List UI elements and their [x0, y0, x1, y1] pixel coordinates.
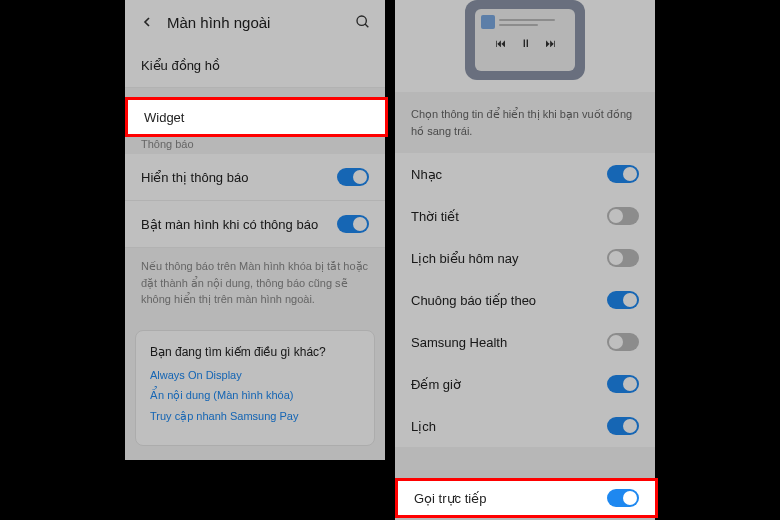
widget-item-label: Nhạc	[411, 167, 607, 182]
suggestion-link[interactable]: Ẩn nội dung (Màn hình khóa)	[150, 389, 360, 402]
widget-item-health[interactable]: Samsung Health	[395, 321, 655, 363]
show-notifications-label: Hiển thị thông báo	[141, 170, 337, 185]
media-controls: ⏮ ⏸ ⏭	[481, 37, 569, 49]
widget-item-toggle[interactable]	[607, 417, 639, 435]
show-notifications-row[interactable]: Hiển thị thông báo	[125, 154, 385, 201]
widget-item-alarm[interactable]: Chuông báo tiếp theo	[395, 279, 655, 321]
widget-item-music[interactable]: Nhạc	[395, 153, 655, 195]
widget-item-calendar[interactable]: Lịch	[395, 405, 655, 447]
clock-style-label: Kiểu đồng hồ	[141, 58, 369, 73]
widget-item-toggle[interactable]	[607, 249, 639, 267]
notif-help-text: Nếu thông báo trên Màn hình khóa bị tắt …	[125, 248, 385, 322]
next-icon: ⏭	[545, 37, 556, 49]
back-icon[interactable]	[139, 14, 155, 30]
screen-on-notif-toggle[interactable]	[337, 215, 369, 233]
widget-label: Widget	[144, 110, 184, 125]
widget-info-text: Chọn thông tin để hiển thị khi bạn vuốt …	[395, 92, 655, 153]
svg-point-0	[357, 16, 366, 25]
direct-call-label: Gọi trực tiếp	[414, 491, 607, 506]
widget-item-timer[interactable]: Đếm giờ	[395, 363, 655, 405]
widget-item-toggle[interactable]	[607, 291, 639, 309]
show-notifications-toggle[interactable]	[337, 168, 369, 186]
widget-item-label: Chuông báo tiếp theo	[411, 293, 607, 308]
widget-item-label: Lịch biểu hôm nay	[411, 251, 607, 266]
widget-item-weather[interactable]: Thời tiết	[395, 195, 655, 237]
header: Màn hình ngoài	[125, 0, 385, 44]
prev-icon: ⏮	[495, 37, 506, 49]
left-settings-panel: Màn hình ngoài Kiểu đồng hồ Thông báo Hi…	[125, 0, 385, 460]
pause-icon: ⏸	[520, 37, 531, 49]
widget-item-label: Samsung Health	[411, 335, 607, 350]
widget-item-label: Lịch	[411, 419, 607, 434]
suggestions-title: Bạn đang tìm kiếm điều gì khác?	[150, 345, 360, 359]
widget-item-label: Thời tiết	[411, 209, 607, 224]
right-widget-panel: ⏮ ⏸ ⏭ Chọn thông tin để hiển thị khi bạn…	[395, 0, 655, 520]
widget-item-today[interactable]: Lịch biểu hôm nay	[395, 237, 655, 279]
widget-row[interactable]: Widget	[125, 97, 388, 137]
clock-style-row[interactable]: Kiểu đồng hồ	[125, 44, 385, 88]
direct-call-toggle[interactable]	[607, 489, 639, 507]
screen-on-notif-label: Bật màn hình khi có thông báo	[141, 217, 337, 232]
suggestions-card: Bạn đang tìm kiếm điều gì khác? Always O…	[135, 330, 375, 446]
widget-item-label: Đếm giờ	[411, 377, 607, 392]
widget-item-toggle[interactable]	[607, 333, 639, 351]
album-art-icon	[481, 15, 495, 29]
widget-preview-area: ⏮ ⏸ ⏭	[395, 0, 655, 92]
suggestion-link[interactable]: Always On Display	[150, 369, 360, 381]
suggestion-link[interactable]: Truy cập nhanh Samsung Pay	[150, 410, 360, 423]
widget-preview: ⏮ ⏸ ⏭	[465, 0, 585, 80]
widget-item-toggle[interactable]	[607, 375, 639, 393]
search-icon[interactable]	[355, 14, 371, 30]
widget-item-toggle[interactable]	[607, 165, 639, 183]
widget-item-toggle[interactable]	[607, 207, 639, 225]
page-title: Màn hình ngoài	[167, 14, 355, 31]
screen-on-notif-row[interactable]: Bật màn hình khi có thông báo	[125, 201, 385, 248]
direct-call-row[interactable]: Gọi trực tiếp	[395, 478, 658, 518]
svg-line-1	[365, 24, 368, 27]
